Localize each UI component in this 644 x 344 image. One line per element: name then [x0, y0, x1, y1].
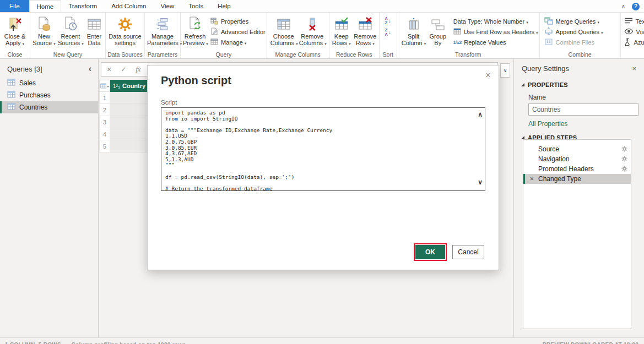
- step-source[interactable]: Source: [523, 144, 631, 154]
- table-icon: [100, 83, 106, 89]
- refresh-preview-button[interactable]: Refresh Preview: [182, 14, 208, 48]
- table-corner-button[interactable]: ▾: [99, 80, 110, 92]
- use-first-row-as-headers-button[interactable]: Use First Row as Headers: [453, 28, 538, 36]
- ok-button-highlight: OK: [414, 243, 447, 261]
- remove-columns-button[interactable]: Remove Columns: [298, 14, 327, 48]
- query-item-countries[interactable]: Countries: [0, 101, 98, 113]
- sort-ascending-icon[interactable]: AZ ↓: [385, 17, 391, 25]
- query-settings-title: Query Settings: [522, 64, 569, 73]
- choose-columns-icon: [277, 15, 291, 31]
- formula-check-icon[interactable]: ✓: [121, 65, 126, 73]
- gear-icon[interactable]: [621, 146, 627, 154]
- scroll-up-icon[interactable]: ∧: [478, 111, 483, 118]
- recent-sources-button[interactable]: Recent Sources: [57, 14, 84, 48]
- query-item-sales[interactable]: Sales: [0, 77, 98, 89]
- cancel-button[interactable]: Cancel: [452, 245, 484, 259]
- collapse-ribbon-icon[interactable]: ∧: [621, 4, 625, 9]
- append-queries-button[interactable]: Append Queries: [544, 28, 603, 36]
- properties-button[interactable]: Properties: [210, 17, 266, 25]
- tab-file[interactable]: File: [0, 0, 29, 12]
- dialog-title: Python script: [161, 74, 231, 87]
- vision-button[interactable]: Vision: [624, 28, 644, 36]
- manage-parameters-icon: [155, 15, 170, 31]
- step-promoted-headers[interactable]: Promoted Headers: [523, 164, 631, 174]
- table-row: 5: [99, 140, 148, 152]
- azure-ml-button[interactable]: Azure Machine Learning: [624, 38, 644, 46]
- table-cell[interactable]: [110, 116, 148, 128]
- new-source-button[interactable]: New Source: [31, 14, 57, 48]
- keep-rows-button[interactable]: Keep Rows: [331, 14, 353, 48]
- table-cell[interactable]: [110, 140, 148, 152]
- table-cell[interactable]: [110, 104, 148, 116]
- applied-steps-list: Source Navigation Promoted Headers × Cha…: [523, 139, 631, 329]
- queries-pane-title: Queries [3]: [7, 65, 42, 73]
- close-apply-icon: [8, 15, 22, 31]
- gear-icon[interactable]: [621, 156, 627, 163]
- tab-help[interactable]: Help: [210, 0, 238, 12]
- enter-data-icon: [87, 15, 101, 31]
- close-apply-button[interactable]: Close & Apply: [1, 14, 29, 48]
- manage-parameters-button[interactable]: Manage Parameters: [146, 14, 179, 48]
- text-analytics-button[interactable]: Text Analytics: [624, 17, 644, 25]
- tab-home[interactable]: Home: [29, 0, 62, 12]
- python-script-dialog: Python script × Script import pandas as …: [147, 65, 499, 270]
- all-properties-link[interactable]: All Properties: [514, 116, 644, 128]
- table-row: 1: [99, 92, 148, 104]
- combine-files-icon: [544, 38, 553, 47]
- advanced-editor-button[interactable]: Advanced Editor: [210, 28, 266, 36]
- ribbon-group-query: Refresh Preview Properties Advanced Edit…: [181, 13, 267, 58]
- ok-button[interactable]: OK: [415, 245, 445, 259]
- data-source-settings-icon: [118, 15, 132, 31]
- replace-values-button[interactable]: 1↳2 Replace Values: [453, 38, 538, 46]
- formula-bar-expand-button[interactable]: ∨: [500, 63, 510, 78]
- choose-columns-button[interactable]: Choose Columns: [269, 14, 298, 48]
- table-cell[interactable]: [110, 92, 148, 104]
- group-by-button[interactable]: Group By: [427, 14, 449, 47]
- tab-transform[interactable]: Transform: [61, 0, 104, 12]
- properties-icon: [210, 17, 218, 26]
- table-row: 4: [99, 128, 148, 140]
- first-row-headers-icon: [453, 28, 461, 36]
- step-navigation[interactable]: Navigation: [523, 154, 631, 164]
- tab-add-column[interactable]: Add Column: [104, 0, 153, 12]
- step-changed-type[interactable]: × Changed Type: [523, 174, 631, 184]
- script-code[interactable]: import pandas as pd from io import Strin…: [161, 108, 485, 191]
- close-pane-icon[interactable]: ×: [632, 64, 636, 73]
- status-bar: 1 COLUMN, 5 ROWS Column profiling based …: [0, 337, 644, 344]
- name-label: Name: [514, 88, 644, 103]
- formula-cancel-icon[interactable]: ×: [107, 65, 111, 74]
- table-cell[interactable]: [110, 128, 148, 140]
- merge-queries-button[interactable]: Merge Queries: [544, 17, 603, 25]
- data-type-button[interactable]: Data Type: Whole Number: [453, 17, 538, 25]
- help-icon[interactable]: ?: [632, 3, 640, 10]
- scroll-down-icon[interactable]: ∨: [478, 178, 483, 186]
- properties-section-header[interactable]: PROPERTIES: [514, 75, 644, 88]
- column-header-country[interactable]: 1²₃ Country: [110, 80, 148, 92]
- tab-tools[interactable]: Tools: [181, 0, 210, 12]
- gear-icon[interactable]: [621, 166, 627, 173]
- data-source-settings-button[interactable]: Data source settings: [107, 14, 143, 47]
- replace-values-icon: 1↳2: [453, 40, 462, 45]
- remove-rows-button[interactable]: Remove Rows: [353, 14, 378, 48]
- query-item-purchases[interactable]: Purchases: [0, 89, 98, 101]
- dialog-close-icon[interactable]: ×: [485, 70, 491, 81]
- table-row: 2: [99, 104, 148, 116]
- table-icon: [7, 103, 15, 112]
- queries-pane: Queries [3] ‹ Sales Purchases Countries: [0, 59, 99, 337]
- ribbon-group-new-query: New Source Recent Sources Enter Data New…: [30, 13, 106, 58]
- collapse-queries-pane-icon[interactable]: ‹: [89, 64, 91, 74]
- refresh-preview-icon: [188, 15, 202, 31]
- text-analytics-icon: [624, 18, 633, 25]
- status-left-text: 1 COLUMN, 5 ROWS Column profiling based …: [5, 342, 186, 344]
- table-icon: [7, 79, 15, 88]
- combine-files-button: Combine Files: [544, 38, 603, 46]
- script-label: Script: [161, 99, 177, 106]
- enter-data-button[interactable]: Enter Data: [84, 14, 104, 47]
- script-editor[interactable]: import pandas as pd from io import Strin…: [161, 107, 485, 191]
- tab-view[interactable]: View: [154, 0, 182, 12]
- query-name-input[interactable]: [528, 103, 638, 116]
- delete-step-icon[interactable]: ×: [530, 175, 534, 183]
- manage-button[interactable]: Manage: [210, 38, 266, 46]
- sort-descending-icon[interactable]: ZA ↓: [385, 28, 391, 36]
- split-column-button[interactable]: Split Column: [401, 14, 427, 48]
